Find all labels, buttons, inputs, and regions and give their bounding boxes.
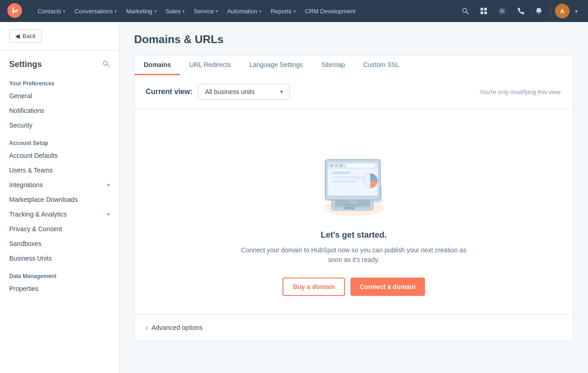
arrow-left-icon: ◀ bbox=[15, 33, 20, 39]
domains-illustration bbox=[308, 137, 400, 219]
sidebar-header: Settings bbox=[0, 50, 119, 73]
section-account-setup: Account Setup bbox=[0, 133, 119, 148]
section-data-management: Data Management bbox=[0, 266, 119, 281]
sidebar-back-section: ◀ Back bbox=[0, 22, 119, 50]
sidebar-item-properties[interactable]: Properties bbox=[0, 281, 119, 296]
empty-state: Let's get started. Connect your domain t… bbox=[135, 109, 573, 314]
nav-service[interactable]: Service ▾ bbox=[189, 0, 222, 22]
search-icon[interactable] bbox=[102, 60, 110, 69]
sidebar-item-marketplace[interactable]: Marketplace Downloads bbox=[0, 192, 119, 207]
notifications-button[interactable] bbox=[531, 3, 547, 19]
nav-right-icons: A ▾ bbox=[457, 3, 581, 19]
search-button[interactable] bbox=[457, 3, 474, 19]
sidebar-item-users-teams[interactable]: Users & Teams bbox=[0, 163, 119, 178]
sidebar-item-privacy-consent[interactable]: Privacy & Consent bbox=[0, 222, 119, 236]
svg-rect-19 bbox=[344, 207, 355, 209]
nav-conversations[interactable]: Conversations ▾ bbox=[70, 0, 121, 22]
settings-sidebar: ◀ Back Settings Your Preferences General… bbox=[0, 22, 119, 373]
chevron-down-icon: ▾ bbox=[259, 9, 261, 14]
sidebar-item-account-defaults[interactable]: Account Defaults bbox=[0, 148, 119, 163]
nav-reports[interactable]: Reports ▾ bbox=[266, 0, 300, 22]
svg-rect-4 bbox=[481, 8, 483, 11]
nav-automation[interactable]: Automation ▾ bbox=[222, 0, 266, 22]
settings-button[interactable] bbox=[494, 3, 510, 19]
chevron-down-icon: ▾ bbox=[154, 9, 157, 14]
view-note: You're only modifying this view. bbox=[480, 89, 562, 95]
chevron-down-icon: ▾ bbox=[215, 9, 218, 14]
marketplace-button[interactable] bbox=[475, 3, 492, 19]
chevron-down-icon: ▾ bbox=[182, 9, 185, 14]
sidebar-item-notifications[interactable]: Notifications bbox=[0, 103, 119, 118]
tab-custom-ssl[interactable]: Custom SSL bbox=[354, 56, 409, 75]
connect-domain-button[interactable]: Connect a domain bbox=[351, 278, 424, 296]
business-unit-select: All business units ▾ bbox=[198, 84, 290, 100]
dropdown-chevron-icon: ▾ bbox=[280, 89, 283, 95]
phone-button[interactable] bbox=[512, 3, 529, 19]
svg-line-10 bbox=[107, 65, 109, 67]
sidebar-item-integrations[interactable]: Integrations ▾ bbox=[0, 178, 119, 192]
nav-contacts[interactable]: Contacts ▾ bbox=[33, 0, 70, 22]
svg-line-3 bbox=[466, 12, 468, 14]
chevron-down-icon: ▾ bbox=[107, 182, 110, 188]
sidebar-item-general[interactable]: General bbox=[0, 89, 119, 103]
svg-point-23 bbox=[330, 164, 333, 167]
advanced-options-label: Advanced options bbox=[152, 324, 203, 331]
sidebar-title: Settings bbox=[9, 60, 42, 69]
section-your-preferences: Your Preferences bbox=[0, 73, 119, 89]
svg-point-25 bbox=[339, 164, 342, 167]
nav-sales[interactable]: Sales ▾ bbox=[161, 0, 190, 22]
empty-state-description: Connect your domain to HubSpot now so yo… bbox=[239, 245, 469, 265]
svg-rect-27 bbox=[332, 172, 350, 174]
tab-language-settings[interactable]: Language Settings bbox=[240, 56, 312, 75]
current-view-label: Current view: bbox=[146, 88, 192, 96]
tab-sitemap[interactable]: Sitemap bbox=[312, 56, 354, 75]
chevron-down-icon: ▾ bbox=[114, 9, 117, 14]
nav-divider bbox=[551, 5, 551, 17]
business-unit-dropdown[interactable]: All business units ▾ bbox=[198, 84, 290, 100]
sidebar-item-tracking-analytics[interactable]: Tracking & Analytics ▾ bbox=[0, 207, 119, 222]
chevron-right-icon: › bbox=[146, 324, 148, 331]
main-layout: ◀ Back Settings Your Preferences General… bbox=[0, 22, 588, 373]
tab-url-redirects[interactable]: URL Redirects bbox=[180, 56, 240, 75]
svg-rect-7 bbox=[484, 11, 487, 14]
chevron-down-icon: ▾ bbox=[63, 9, 65, 14]
tab-domains[interactable]: Domains bbox=[135, 56, 180, 75]
svg-rect-28 bbox=[332, 176, 364, 178]
tabs-container: Domains URL Redirects Language Settings … bbox=[134, 55, 573, 75]
main-content: Domains & URLs Domains URL Redirects Lan… bbox=[119, 22, 588, 373]
svg-rect-26 bbox=[346, 164, 375, 167]
page-title: Domains & URLs bbox=[134, 33, 573, 46]
chevron-down-icon: ▾ bbox=[107, 211, 110, 217]
chevron-down-icon: ▾ bbox=[294, 9, 296, 14]
empty-state-title: Let's get started. bbox=[321, 230, 386, 240]
sidebar-item-business-units[interactable]: Business Units bbox=[0, 251, 119, 266]
nav-links: Contacts ▾ Conversations ▾ Marketing ▾ S… bbox=[33, 0, 457, 22]
hubspot-logo[interactable] bbox=[7, 3, 28, 19]
empty-state-actions: Buy a domain Connect a domain bbox=[283, 278, 424, 296]
advanced-options-section[interactable]: › Advanced options bbox=[135, 314, 573, 340]
account-chevron[interactable]: ▾ bbox=[571, 3, 581, 19]
svg-rect-5 bbox=[484, 8, 487, 11]
user-avatar[interactable]: A bbox=[555, 4, 570, 18]
nav-marketing[interactable]: Marketing ▾ bbox=[121, 0, 161, 22]
svg-point-24 bbox=[335, 164, 338, 167]
svg-rect-29 bbox=[332, 180, 357, 183]
buy-domain-button[interactable]: Buy a domain bbox=[283, 278, 345, 296]
svg-rect-6 bbox=[481, 11, 483, 14]
svg-point-1 bbox=[16, 9, 18, 11]
svg-rect-32 bbox=[345, 204, 361, 206]
current-view-bar: Current view: All business units ▾ You'r… bbox=[135, 75, 573, 109]
back-button[interactable]: ◀ Back bbox=[9, 29, 42, 43]
top-navigation: Contacts ▾ Conversations ▾ Marketing ▾ S… bbox=[0, 0, 588, 22]
svg-point-8 bbox=[501, 10, 503, 12]
sidebar-item-sandboxes[interactable]: Sandboxes bbox=[0, 236, 119, 251]
sidebar-item-security[interactable]: Security bbox=[0, 118, 119, 133]
nav-crm-development[interactable]: CRM Development bbox=[300, 0, 360, 22]
content-area: Current view: All business units ▾ You'r… bbox=[134, 75, 573, 341]
svg-rect-31 bbox=[349, 200, 356, 205]
